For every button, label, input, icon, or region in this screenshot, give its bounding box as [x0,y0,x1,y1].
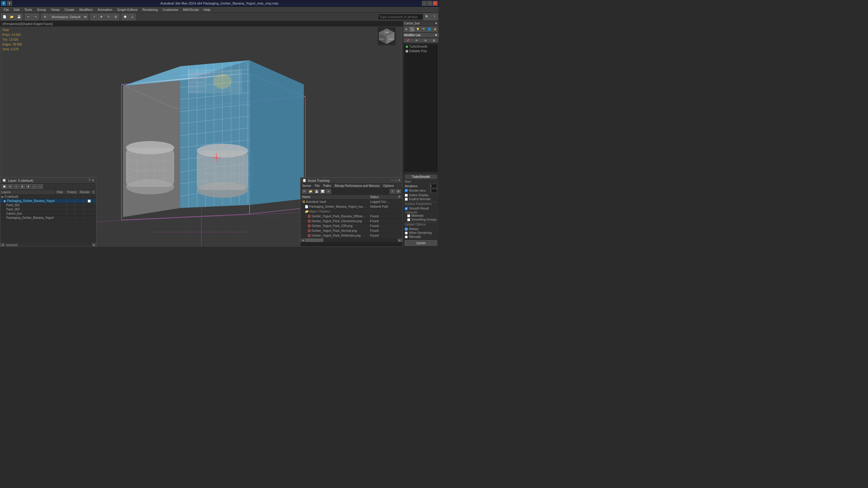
menu-help[interactable]: Help [201,7,213,12]
layer-row-carton[interactable]: Carton_box — — — [0,212,96,216]
layers-move-up-btn[interactable]: ⬆ [26,184,31,189]
menu-file[interactable]: File [1,7,11,12]
always-radio[interactable] [405,227,408,231]
asset-row-diffuse[interactable]: 🖼 Gerber_Yogurt_Pack_Banana_Diffuse.png … [301,214,402,219]
layers-horizontal-scrollbar[interactable]: ◀ ▶ [0,243,96,247]
minimize-btn[interactable]: ─ [422,1,427,6]
layers-delete-btn[interactable]: ✕ [7,184,13,189]
manually-radio[interactable] [405,236,408,238]
layer-row-pack002[interactable]: Pack_002 — — — [0,207,96,212]
asset-settings-btn[interactable]: ⚙ [396,189,401,194]
new-btn[interactable]: 📄 [1,13,8,20]
asset-list-btn[interactable]: ≡ [326,189,331,194]
asset-menu-server[interactable]: Server [301,184,313,188]
asset-row-max-file[interactable]: 📄 Packaging_Gerber_Banana_Yogurt_max_vra… [301,204,402,209]
save-btn[interactable]: 💾 [16,13,22,20]
menu-create[interactable]: Create [62,7,77,12]
asset-col-status[interactable]: Status [368,195,397,200]
show-all-btn[interactable]: 👁 [412,38,421,42]
help-btn[interactable]: ? [431,13,438,20]
menu-tools[interactable]: Tools [22,7,35,12]
quick-access-btn[interactable]: ⬇ [7,1,12,6]
asset-save-btn[interactable]: 💾 [314,189,319,194]
layers-scroll-area[interactable]: ▶ 0 (default) — — — ▶ Packaging_Gerber_B… [0,195,96,243]
asset-horizontal-scrollbar[interactable]: ◀ ▶ [301,238,402,242]
asset-row-normal[interactable]: 🖼 Gerber_Yogurt_Pack_Normal.png Found [301,228,402,233]
asset-menu-paths[interactable]: Paths [321,184,333,188]
menu-graph-editors[interactable]: Graph Editors [115,7,140,12]
layers-scrollbar-track[interactable] [6,244,91,246]
menu-rendering[interactable]: Rendering [140,7,160,12]
menu-views[interactable]: Views [49,7,62,12]
panel-icon-5[interactable]: 🌐 [427,27,432,32]
menu-animation[interactable]: Animation [95,7,115,12]
modifier-list-header[interactable]: Modifier List ▼ [403,33,439,38]
layers-scrollbar-thumb[interactable] [6,244,18,246]
undo-btn[interactable]: ↩ [25,13,32,20]
layers-move-down-btn[interactable]: ⬇ [20,184,25,189]
layer-row-pack001[interactable]: Pack_001 — — — [0,203,96,207]
modifier-turbosmooth[interactable]: TurboSmooth [404,44,438,49]
move-btn[interactable]: ✥ [98,13,104,20]
config-btn[interactable]: ⚙ [421,38,430,42]
open-btn[interactable]: 📂 [8,13,15,20]
render-iters-input[interactable] [429,189,437,193]
render-setup-btn[interactable]: ⚙ [41,13,48,20]
asset-maximize-btn[interactable]: □ [395,178,397,182]
layers-add-btn[interactable]: + [13,184,19,189]
layer-row-0[interactable]: ▶ 0 (default) — — — [0,195,96,199]
layers-help-btn[interactable]: ? [89,178,90,182]
asset-row-reflection[interactable]: 🖼 Gerber_Yogurt_Pack_Reflection.png Foun… [301,233,402,238]
asset-menu-file[interactable]: File [313,184,321,188]
iterations-input[interactable] [429,184,437,188]
asset-menu-bitmap[interactable]: Bitmap Performance and Memory [333,184,381,188]
asset-row-vault[interactable]: 🏛 Autodesk Vault Logged Out ... [301,200,402,204]
modifier-editable-poly[interactable]: Editable Poly [404,49,438,53]
object-name-dropdown-icon[interactable]: ▼ [435,22,438,25]
asset-scroll-right-btn[interactable]: ▶ [398,238,402,242]
trash-btn[interactable]: 🗑 [430,38,438,42]
close-btn[interactable]: ✕ [433,1,438,6]
asset-row-glossiness[interactable]: 🖼 Gerber_Yogurt_Pack_Glossiness.png Foun… [301,219,402,224]
panel-icon-4[interactable]: 📷 [421,27,426,32]
asset-panel-titlebar[interactable]: 📋 Asset Tracking ─ □ ✕ [301,178,402,184]
isoline-checkbox[interactable] [405,194,408,197]
asset-close-btn[interactable]: ✕ [398,178,401,182]
render-iters-checkbox[interactable] [405,189,408,192]
asset-scroll-track[interactable] [305,238,398,242]
smoothing-groups-checkbox[interactable] [407,218,410,221]
layers-new-layer-btn[interactable]: 🔲 [1,184,7,189]
angle-snap[interactable]: ∠ [129,13,135,20]
menu-customize[interactable]: Customize [160,7,181,12]
asset-menu-options[interactable]: Options [381,184,396,188]
asset-col-name[interactable]: Name [301,195,368,200]
redo-btn[interactable]: ↪ [32,13,39,20]
layers-deselect-btn[interactable]: → [38,184,43,189]
smooth-result-checkbox[interactable] [405,207,408,210]
workspace-dropdown[interactable]: Workspace: Default [49,14,88,20]
layers-close-btn[interactable]: ✕ [92,178,94,182]
asset-row-ior[interactable]: 🖼 Gerber_Yogurt_Pack_IOR.png Found [301,224,402,228]
select-btn[interactable]: ↗ [91,13,97,20]
pin-btn[interactable]: 📌 [404,38,412,42]
layer-row-packaging2[interactable]: Packaging_Gerber_Banana_Yogurt — — — [0,216,96,220]
update-button[interactable]: Update [405,240,437,246]
menu-edit[interactable]: Edit [11,7,22,12]
layers-panel-titlebar[interactable]: 🔲 Layer: 0 (default) ? ✕ [0,178,96,184]
layer-row-packaging[interactable]: ▶ Packaging_Gerber_Banana_Yogurt — — — [0,199,96,203]
asset-table-scroll[interactable]: Name Status P 🏛 Autodesk Vault Logged Ou… [301,195,402,238]
menu-modifiers[interactable]: Modifiers [77,7,95,12]
rotate-btn[interactable]: ↻ [105,13,112,20]
layers-select-btn[interactable]: ← [32,184,37,189]
search-input[interactable] [378,14,423,20]
menu-group[interactable]: Group [34,7,49,12]
snap-toggle[interactable]: 🔲 [122,13,128,20]
explicit-normals-checkbox[interactable] [405,198,408,201]
asset-refresh-btn[interactable]: ⟳ [302,189,307,194]
materials-checkbox[interactable] [407,214,410,217]
asset-scroll-left-btn[interactable]: ◀ [301,238,305,242]
panel-icon-2[interactable]: 🔧 [409,27,415,32]
asset-scroll-thumb[interactable] [305,238,323,242]
asset-stats-btn[interactable]: 📊 [320,189,325,194]
menu-maxscript[interactable]: MAXScript [181,7,201,12]
